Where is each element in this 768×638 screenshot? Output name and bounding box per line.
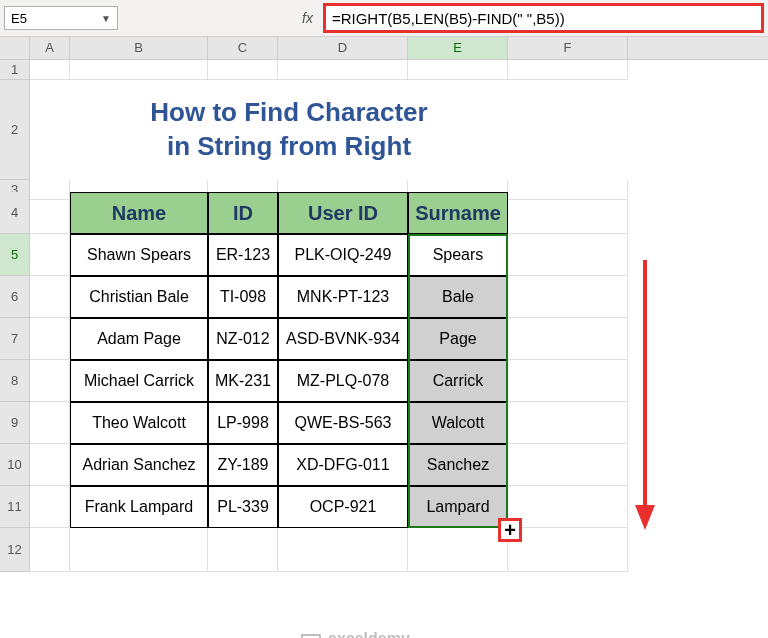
cell[interactable]	[508, 80, 628, 180]
cell-userid[interactable]: PLK-OIQ-249	[278, 234, 408, 276]
cell[interactable]	[278, 60, 408, 80]
cell[interactable]	[208, 528, 278, 572]
cell[interactable]	[30, 234, 70, 276]
cell-userid[interactable]: ASD-BVNK-934	[278, 318, 408, 360]
cell-userid[interactable]: OCP-921	[278, 486, 408, 528]
row-header[interactable]: 1	[0, 60, 30, 80]
annotation-arrow-down	[630, 260, 660, 540]
formula-bar[interactable]: =RIGHT(B5,LEN(B5)-FIND(" ",B5))	[323, 3, 764, 33]
cell[interactable]	[508, 402, 628, 444]
formula-toolbar: E5 ▼ fx =RIGHT(B5,LEN(B5)-FIND(" ",B5))	[0, 0, 768, 37]
cell-id[interactable]: MK-231	[208, 360, 278, 402]
cell[interactable]	[30, 360, 70, 402]
header-userid[interactable]: User ID	[278, 192, 408, 234]
chevron-down-icon[interactable]: ▼	[101, 13, 111, 24]
cell[interactable]	[30, 80, 70, 180]
cell-name[interactable]: Shawn Spears	[70, 234, 208, 276]
row-header[interactable]: 12	[0, 528, 30, 572]
cell[interactable]	[70, 528, 208, 572]
cell[interactable]	[508, 528, 628, 572]
cell[interactable]	[508, 486, 628, 528]
watermark: exceldemy EXCEL · DATA · BI	[300, 630, 420, 638]
cell-userid[interactable]: QWE-BS-563	[278, 402, 408, 444]
cell[interactable]	[30, 528, 70, 572]
cell[interactable]	[30, 444, 70, 486]
cell-surname[interactable]: Sanchez	[408, 444, 508, 486]
header-name[interactable]: Name	[70, 192, 208, 234]
cell[interactable]	[208, 60, 278, 80]
cell-id[interactable]: ZY-189	[208, 444, 278, 486]
col-header-d[interactable]: D	[278, 37, 408, 59]
col-header-c[interactable]: C	[208, 37, 278, 59]
fill-handle[interactable]: +	[498, 518, 522, 542]
cell-id[interactable]: TI-098	[208, 276, 278, 318]
cell[interactable]	[508, 234, 628, 276]
svg-marker-1	[635, 505, 655, 530]
cell-surname[interactable]: Carrick	[408, 360, 508, 402]
cell-name[interactable]: Adam Page	[70, 318, 208, 360]
select-all-corner[interactable]	[0, 37, 30, 59]
cell-id[interactable]: PL-339	[208, 486, 278, 528]
fx-icon[interactable]: fx	[302, 10, 313, 26]
watermark-brand: exceldemy	[328, 630, 410, 638]
cell[interactable]	[408, 60, 508, 80]
name-box-value: E5	[11, 11, 27, 26]
title-merged-cell[interactable]: How to Find Character in String from Rig…	[70, 80, 508, 180]
row-header[interactable]: 11	[0, 486, 30, 528]
cell[interactable]	[30, 60, 70, 80]
cell[interactable]	[508, 444, 628, 486]
cell-id[interactable]: LP-998	[208, 402, 278, 444]
row-header[interactable]: 5	[0, 234, 30, 276]
cell[interactable]	[70, 60, 208, 80]
cell-surname[interactable]: Spears	[408, 234, 508, 276]
cell-surname[interactable]: Lampard	[408, 486, 508, 528]
cell-id[interactable]: ER-123	[208, 234, 278, 276]
title-line1: How to Find Character	[150, 96, 427, 130]
cell-name[interactable]: Christian Bale	[70, 276, 208, 318]
col-header-e[interactable]: E	[408, 37, 508, 59]
row-header[interactable]: 4	[0, 192, 30, 234]
col-header-f[interactable]: F	[508, 37, 628, 59]
row-header[interactable]: 6	[0, 276, 30, 318]
cell[interactable]	[30, 276, 70, 318]
cell[interactable]	[508, 60, 628, 80]
cell-name[interactable]: Frank Lampard	[70, 486, 208, 528]
cell-id[interactable]: NZ-012	[208, 318, 278, 360]
formula-text: =RIGHT(B5,LEN(B5)-FIND(" ",B5))	[332, 10, 565, 27]
cell[interactable]	[30, 192, 70, 234]
cell[interactable]	[508, 318, 628, 360]
worksheet: A B C D E F 1 2 How to Find Character in…	[0, 37, 768, 572]
title-line2: in String from Right	[167, 130, 411, 164]
cell-surname[interactable]: Bale	[408, 276, 508, 318]
cell[interactable]	[30, 486, 70, 528]
row-header[interactable]: 2	[0, 80, 30, 180]
cell-name[interactable]: Adrian Sanchez	[70, 444, 208, 486]
cell[interactable]	[278, 528, 408, 572]
row-header[interactable]: 8	[0, 360, 30, 402]
col-header-a[interactable]: A	[30, 37, 70, 59]
cell[interactable]	[508, 360, 628, 402]
cell[interactable]	[30, 318, 70, 360]
column-headers: A B C D E F	[0, 37, 768, 60]
row-header[interactable]: 7	[0, 318, 30, 360]
row-header[interactable]: 9	[0, 402, 30, 444]
cell[interactable]	[408, 528, 508, 572]
cell-name[interactable]: Theo Walcott	[70, 402, 208, 444]
cell-userid[interactable]: MZ-PLQ-078	[278, 360, 408, 402]
cell-userid[interactable]: XD-DFG-011	[278, 444, 408, 486]
name-box[interactable]: E5 ▼	[4, 6, 118, 30]
header-surname[interactable]: Surname	[408, 192, 508, 234]
cell-name[interactable]: Michael Carrick	[70, 360, 208, 402]
logo-icon	[300, 633, 322, 638]
cell-userid[interactable]: MNK-PT-123	[278, 276, 408, 318]
row-header[interactable]: 10	[0, 444, 30, 486]
cell-surname[interactable]: Walcott	[408, 402, 508, 444]
cell[interactable]	[508, 192, 628, 234]
cell-surname[interactable]: Page	[408, 318, 508, 360]
cell[interactable]	[30, 402, 70, 444]
header-id[interactable]: ID	[208, 192, 278, 234]
col-header-b[interactable]: B	[70, 37, 208, 59]
cell[interactable]	[508, 276, 628, 318]
